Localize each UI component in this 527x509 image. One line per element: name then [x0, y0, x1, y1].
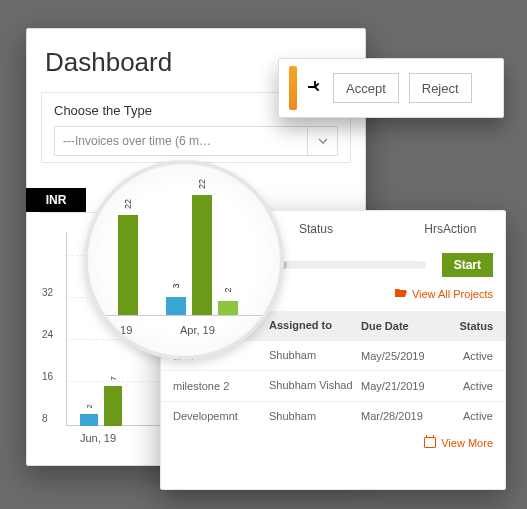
cell-due: May/21/2019	[361, 380, 449, 392]
bar-label: 7	[109, 376, 118, 380]
chevron-down-icon	[307, 127, 337, 155]
type-select[interactable]: ---Invoices over time (6 m…	[54, 126, 338, 156]
x-tick-label: Jun, 19	[80, 432, 116, 444]
bar-label: 3	[171, 283, 181, 288]
bar-label: 22	[197, 179, 207, 189]
start-button-label: Start	[454, 258, 481, 272]
currency-tab-label: INR	[46, 193, 67, 207]
zoom-x-label: , 19	[114, 324, 132, 336]
stage: Dashboard Choose the Type ---Invoices ov…	[0, 0, 527, 509]
bar-series-b: 22	[192, 195, 212, 315]
table-row[interactable]: Developemnt Shubham Mar/28/2019 Active	[161, 401, 505, 431]
zoom-group-2: 3 22 2	[166, 195, 238, 315]
zoom-group-1: 22	[118, 215, 138, 315]
calendar-icon	[424, 437, 436, 448]
cell-due: Mar/28/2019	[361, 410, 449, 422]
bar-group: 2 7	[80, 386, 122, 426]
notification-popup: Accept Reject	[278, 58, 504, 118]
cell-task: milestone 2	[173, 380, 269, 392]
priority-stripe-icon	[289, 66, 297, 110]
folder-open-icon	[394, 287, 408, 301]
cell-status: Active	[449, 350, 493, 362]
view-more-label: View More	[441, 437, 493, 449]
currency-tab[interactable]: INR	[26, 188, 86, 212]
reject-button[interactable]: Reject	[409, 73, 472, 103]
type-select-value: ---Invoices over time (6 m…	[63, 134, 211, 148]
zoom-x-label: Apr, 19	[180, 324, 215, 336]
axis-y-line	[66, 232, 67, 426]
zoom-baseline	[104, 315, 264, 316]
bar-series-c: 2	[218, 301, 238, 315]
y-tick: 24	[42, 329, 53, 340]
view-all-label: View All Projects	[412, 288, 493, 300]
cell-task: Developemnt	[173, 410, 269, 422]
y-tick: 8	[42, 413, 48, 424]
accept-label: Accept	[346, 81, 386, 96]
th-assigned: Assigned to	[269, 319, 361, 332]
bar-series-b: 22	[118, 215, 138, 315]
bar-series-a: 3	[166, 297, 186, 315]
reply-arrow-icon	[307, 80, 323, 97]
cell-assigned: Shubham Vishad	[269, 379, 361, 392]
cell-assigned: Shubham	[269, 410, 361, 423]
reject-label: Reject	[422, 81, 459, 96]
th-status: Status	[449, 320, 493, 332]
bar-series-b: 7	[104, 386, 122, 426]
col-action: Action	[443, 222, 493, 236]
col-hrs: Hrs	[409, 222, 443, 236]
table-row[interactable]: milestone 2 Shubham Vishad May/21/2019 A…	[161, 370, 505, 400]
cell-assigned: Shubham	[269, 349, 361, 362]
view-more-link[interactable]: View More	[161, 431, 505, 457]
col-status: Status	[299, 222, 409, 236]
accept-button[interactable]: Accept	[333, 73, 399, 103]
zoom-bars: 22 3 22 2	[118, 195, 238, 315]
cell-status: Active	[449, 410, 493, 422]
cell-status: Active	[449, 380, 493, 392]
cell-due: May/25/2019	[361, 350, 449, 362]
y-tick: 32	[42, 287, 53, 298]
bar-label: 22	[123, 199, 133, 209]
bar-label: 2	[223, 287, 233, 292]
th-due: Due Date	[361, 320, 449, 332]
bar-label: 2	[85, 404, 94, 408]
chart-zoom-lens: 22 3 22 2 , 19 Apr, 19	[84, 160, 284, 360]
start-button[interactable]: Start	[442, 253, 493, 277]
bar-series-a: 2	[80, 414, 98, 426]
y-tick: 16	[42, 371, 53, 382]
